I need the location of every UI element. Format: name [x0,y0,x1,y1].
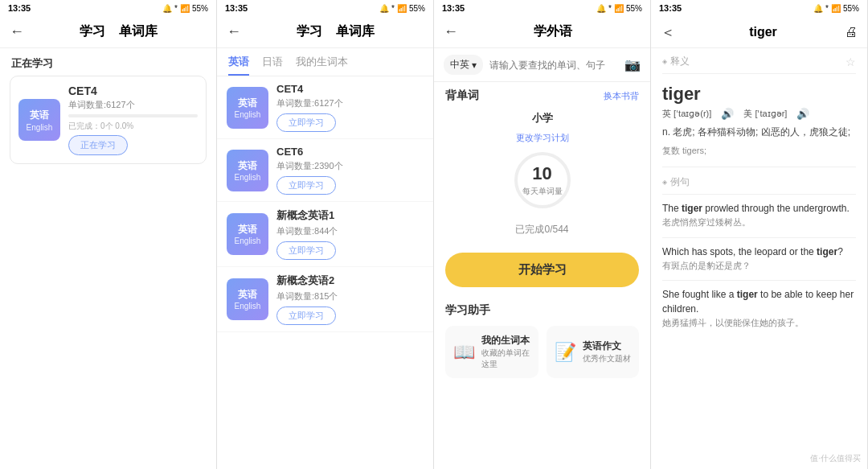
badge-zh: 英语 [238,97,257,110]
phonetic-uk: 英 [ˈtaɪɡə(r)] [662,108,711,120]
card-count: 单词数量:6127个 [68,99,198,111]
example-1: The tiger prowled through the undergrowt… [651,198,867,234]
status-icons-1: 🔔 * 📶 55% [162,4,208,13]
panel-2: 13:35 🔔 * 📶 55% ← 学习 单词库 英语 日语 我的生词本 英语 … [217,0,434,469]
battery-icon-4: 55% [843,4,859,13]
item-info-2: 新概念英语1 单词数量:844个 立即学习 [276,208,424,260]
back-button-2[interactable]: ← [227,23,241,40]
daily-circle: 10 每天单词量 [514,152,571,208]
badge-en: English [235,173,261,182]
badge-zh: 英语 [238,223,257,237]
camera-icon[interactable]: 📷 [624,57,641,72]
battery-icon: 55% [192,4,208,13]
status-bar-1: 13:35 🔔 * 📶 55% [0,0,216,16]
def-section-title: 释义 [662,55,690,68]
dict-phonetic: 英 [ˈtaɪɡə(r)] 🔊 美 [ˈtaɪɡər] 🔊 [651,108,867,125]
phonetic-us: 美 [ˈtaɪɡər] [743,108,787,120]
item-count-1: 单词数量:2390个 [276,160,424,172]
study-btn-1[interactable]: 立即学习 [276,176,336,195]
status-bar-2: 13:35 🔔 * 📶 55% [217,0,433,16]
tab-vocabulary[interactable]: 我的生词本 [296,48,348,76]
vocab-icon: 📖 [453,342,475,363]
time-2: 13:35 [225,3,248,13]
wifi-icon-3: 📶 [614,4,624,13]
card-info: CET4 单词数量:6127个 已完成：0个 0.0% 正在学习 [68,84,198,155]
circle-container: 小学 更改学习计划 10 每天单词量 已完成0/544 [434,103,650,245]
divider-5 [662,280,856,281]
example-zh-3: 她勇猛搏斗，以便能保住她的孩子。 [662,316,856,330]
item-count-3: 单词数量:815个 [276,290,424,302]
header-2: ← 学习 单词库 [217,16,433,48]
item-title-1: CET6 [276,146,424,158]
dict-definition: n. 老虎; 各种猫科动物; 凶恶的人，虎狼之徒; [651,125,867,145]
watermark: 值·什么值得买 [810,453,861,464]
example-zh-2: 有斑点的是豹还是虎？ [662,259,856,273]
scroll-area-3: 背单词 换本书背 小学 更改学习计划 10 每天单词量 已完成0/544 开始学… [434,82,650,469]
lang-selector[interactable]: 中英 ▾ [444,55,483,75]
signal-icon-2: 🔔 [379,4,389,13]
back-button-3[interactable]: ← [444,23,458,40]
search-input[interactable] [489,60,618,71]
example-section-title: 例句 [662,175,690,189]
dict-word: tiger [651,77,867,108]
study-btn-2[interactable]: 立即学习 [276,241,336,260]
essay-helper-card[interactable]: 📝 英语作文 优秀作文题材 [547,326,640,378]
tab-english[interactable]: 英语 [228,48,249,76]
print-icon[interactable]: 🖨 [845,25,858,39]
badge-en: English [235,110,261,119]
bt-icon: * [174,4,178,13]
helper-section-title: 学习助手 [434,295,650,323]
badge-zh: 英语 [238,288,257,302]
circle-shape: 10 每天单词量 [514,152,571,208]
divider-4 [662,237,856,238]
scroll-area-1: 正在学习 英语 English CET4 单词数量:6127个 已完成：0个 0… [0,48,216,469]
wifi-icon-2: 📶 [397,4,407,13]
star-icon[interactable]: ☆ [845,56,856,68]
badge-cet6: 英语 English [227,150,268,191]
lang-zh: 英语 [30,109,49,122]
scroll-area-4: 释义 ☆ tiger 英 [ˈtaɪɡə(r)] 🔊 美 [ˈtaɪɡər] 🔊… [651,48,867,469]
vocab-helper-title: 我的生词本 [481,334,530,348]
completed-text: 已完成0/544 [515,223,568,237]
example-zh-1: 老虎悄然穿过矮树丛。 [662,216,856,229]
tab-bar: 英语 日语 我的生词本 [217,48,433,76]
search-row: 中英 ▾ 📷 [434,48,650,82]
study-btn-3[interactable]: 立即学习 [276,306,336,325]
sound-uk-icon[interactable]: 🔊 [721,108,734,120]
back-button-1[interactable]: ← [10,23,24,40]
panel-3: 13:35 🔔 * 📶 55% ← 学外语 中英 ▾ 📷 背单词 换本书背 小学… [434,0,651,469]
start-button[interactable]: 开始学习 [445,253,639,287]
battery-icon-3: 55% [626,4,642,13]
status-bar-4: 13:35 🔔 * 📶 55% [651,0,867,16]
item-title-0: CET4 [276,83,424,95]
wifi-icon-4: 📶 [831,4,841,13]
change-plan-link[interactable]: 更改学习计划 [516,132,569,144]
status-bar-3: 13:35 🔔 * 📶 55% [434,0,650,16]
example-2: Which has spots, the leopard or the tige… [651,241,867,278]
back-button-4[interactable]: ＜ [661,23,675,42]
page-title-3: 学外语 [465,23,641,40]
daily-label: 每天单词量 [522,186,563,197]
essay-helper-text: 英语作文 优秀作文题材 [583,339,631,364]
vocab-helper-card[interactable]: 📖 我的生词本 收藏的单词在这里 [445,326,538,378]
study-btn-0[interactable]: 立即学习 [276,113,336,132]
battery-icon-2: 55% [409,4,425,13]
vocab-helper-text: 我的生词本 收藏的单词在这里 [481,334,530,370]
tab-japanese[interactable]: 日语 [262,48,283,76]
daily-count: 10 [532,163,551,184]
swap-book-button[interactable]: 换本书背 [604,90,639,102]
badge-nc2: 英语 English [227,278,268,320]
progress-text: 已完成：0个 0.0% [68,121,198,132]
example-header: 例句 [651,171,867,191]
bt-icon-3: * [608,4,612,13]
item-info-3: 新概念英语2 单词数量:815个 立即学习 [276,274,424,325]
status-icons-3: 🔔 * 📶 55% [596,4,642,13]
studying-button[interactable]: 正在学习 [68,135,128,155]
sound-us-icon[interactable]: 🔊 [796,108,809,120]
time-3: 13:35 [442,3,465,13]
status-icons-2: 🔔 * 📶 55% [379,4,425,13]
time-4: 13:35 [659,3,682,13]
badge-zh: 英语 [238,159,257,173]
cet4-card[interactable]: 英语 English CET4 单词数量:6127个 已完成：0个 0.0% 正… [10,76,207,164]
item-info-1: CET6 单词数量:2390个 立即学习 [276,146,424,195]
